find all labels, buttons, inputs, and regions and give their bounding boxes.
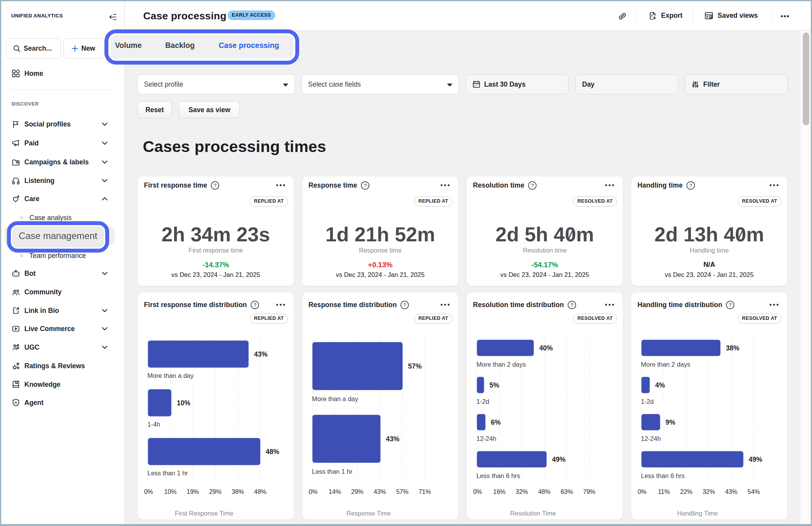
svg-text:Response Time: Response Time	[346, 510, 391, 517]
svg-text:54%: 54%	[747, 488, 760, 495]
svg-text:A: A	[15, 400, 17, 405]
svg-text:38%: 38%	[726, 344, 739, 352]
svg-text:49%: 49%	[552, 456, 565, 463]
svg-text:5%: 5%	[490, 381, 500, 389]
svg-text:?: ?	[254, 302, 256, 308]
svg-text:57%: 57%	[408, 362, 421, 370]
svg-text:1-4h: 1-4h	[147, 421, 160, 428]
svg-text:0%: 0%	[473, 488, 482, 495]
svg-text:12-24h: 12-24h	[641, 435, 661, 442]
svg-text:?: ?	[214, 183, 216, 188]
svg-text:Less than 6 hrs: Less than 6 hrs	[476, 472, 520, 479]
svg-text:40%: 40%	[539, 344, 553, 352]
svg-text:29%: 29%	[209, 488, 221, 495]
svg-text:19%: 19%	[187, 488, 199, 495]
svg-text:More than a day: More than a day	[147, 372, 194, 379]
svg-text:6%: 6%	[491, 418, 501, 426]
svg-text:71%: 71%	[418, 488, 431, 495]
svg-text:43%: 43%	[725, 488, 737, 495]
svg-text:48%: 48%	[254, 488, 266, 495]
svg-text:12-24h: 12-24h	[476, 435, 496, 442]
svg-text:29%: 29%	[351, 488, 363, 495]
svg-text:32%: 32%	[516, 488, 528, 495]
svg-text:43%: 43%	[373, 488, 386, 495]
svg-text:Resolution Time: Resolution Time	[510, 510, 556, 517]
svg-text:79%: 79%	[583, 488, 595, 495]
svg-text:?: ?	[570, 302, 573, 308]
svg-text:0%: 0%	[144, 488, 153, 495]
svg-text:32%: 32%	[702, 488, 715, 495]
svg-text:?: ?	[729, 302, 731, 308]
svg-text:Less than 1 hr: Less than 1 hr	[312, 468, 353, 475]
svg-text:Handling Time: Handling Time	[677, 510, 718, 517]
svg-text:1-2d: 1-2d	[476, 398, 489, 405]
svg-text:22%: 22%	[680, 488, 692, 495]
svg-text:43%: 43%	[386, 435, 399, 443]
svg-text:More than a day: More than a day	[312, 395, 358, 402]
svg-text:0%: 0%	[637, 488, 646, 495]
svg-text:?: ?	[689, 183, 692, 188]
svg-text:49%: 49%	[749, 456, 762, 463]
svg-text:More than 2 days: More than 2 days	[641, 361, 690, 368]
svg-text:14%: 14%	[329, 488, 341, 495]
svg-text:10%: 10%	[177, 399, 190, 407]
svg-text:More than 2 days: More than 2 days	[476, 361, 526, 368]
svg-text:48%: 48%	[266, 448, 279, 456]
svg-text:10%: 10%	[164, 488, 176, 495]
svg-text:0%: 0%	[308, 488, 317, 495]
svg-text:Less than 1 hr: Less than 1 hr	[147, 470, 188, 476]
svg-text:38%: 38%	[231, 488, 244, 495]
svg-text:?: ?	[364, 183, 367, 188]
svg-text:?: ?	[531, 183, 534, 188]
svg-text:48%: 48%	[538, 488, 550, 495]
svg-text:9%: 9%	[666, 418, 676, 426]
svg-text:63%: 63%	[560, 488, 573, 495]
svg-text:First Response Time: First Response Time	[175, 510, 233, 517]
svg-text:16%: 16%	[493, 488, 505, 495]
svg-text:Less than 6 hrs: Less than 6 hrs	[641, 472, 685, 479]
svg-text:?: ?	[403, 302, 406, 308]
svg-text:57%: 57%	[396, 488, 408, 495]
svg-text:43%: 43%	[254, 350, 267, 358]
svg-text:11%: 11%	[658, 488, 670, 495]
svg-text:1-2d: 1-2d	[641, 398, 654, 405]
svg-text:4%: 4%	[655, 381, 665, 389]
